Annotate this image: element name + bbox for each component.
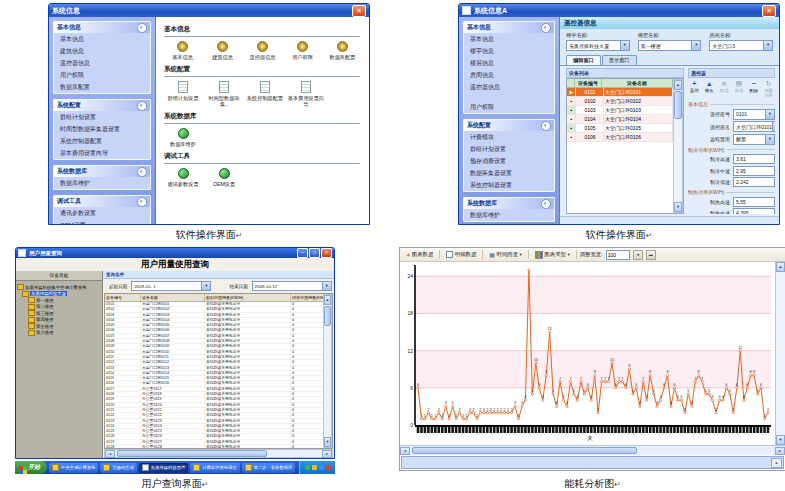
图表数据-button[interactable]: ◕图表数据 <box>403 249 436 260</box>
chart-vscrollbar[interactable]: ▲ ▼ <box>775 262 785 445</box>
device-row[interactable]: ▪0105大堂门口环0105 <box>567 124 673 133</box>
shortcut-item[interactable]: 基本信息 <box>164 41 201 61</box>
device-row[interactable]: ▶0101大堂门口环0101 <box>567 88 673 97</box>
taskbar-button[interactable]: 中央空调计费系统 <box>49 463 98 473</box>
scroll-thumb[interactable] <box>117 450 267 457</box>
close-icon[interactable]: × <box>762 5 776 17</box>
chevron-up-icon[interactable]: « <box>137 167 147 177</box>
sidebar-item[interactable]: 预存消费设置 <box>464 155 554 167</box>
sidebar-item[interactable]: 楼层信息 <box>464 57 554 69</box>
shortcut-item[interactable]: 系统控制器配置 <box>246 81 284 108</box>
width-input[interactable] <box>606 250 630 260</box>
start-date-select[interactable]: 2009-10- 1▾ <box>131 281 211 291</box>
blue-status-icon[interactable] <box>319 465 324 470</box>
collapse-icon[interactable]: ▲ <box>771 458 782 468</box>
scroll-left-icon[interactable]: ◄ <box>105 450 115 458</box>
field-input[interactable]: 5.55 <box>733 197 775 207</box>
sidebar-group-header[interactable]: 基本信息« <box>464 22 554 33</box>
scroll-thumb[interactable] <box>324 306 331 326</box>
sidebar-item[interactable]: 群组计划设置 <box>464 143 554 155</box>
taskbar-button[interactable]: 计费监控系统演示 <box>190 463 239 473</box>
field-select[interactable]: 东奥传媒科技大厦▾ <box>566 40 630 51</box>
scroll-down-icon[interactable]: ▼ <box>324 437 331 447</box>
title-bar[interactable]: 系统信息 × <box>49 4 369 17</box>
end-date-select[interactable]: 2009-10-12▾ <box>252 281 332 291</box>
明细数据-button[interactable]: 明细数据 <box>443 249 479 260</box>
sidebar-item[interactable]: 数据库配置 <box>54 81 150 93</box>
shortcut-item[interactable]: 时间型数据采集.. <box>205 81 243 108</box>
shortcut-item[interactable]: 数据库维护 <box>164 128 202 148</box>
sidebar-item[interactable]: 基本费用设置向导 <box>54 147 150 159</box>
title-bar[interactable]: 用户用量查询 ─ □ × <box>16 248 334 258</box>
shortcut-item[interactable]: 群组计划设置 <box>164 81 202 108</box>
field-input[interactable]: 4.395 <box>733 208 775 214</box>
green-status-icon[interactable] <box>305 465 310 470</box>
sidebar-item[interactable]: 数据采集器设置 <box>464 167 554 179</box>
field-select[interactable]: 大堂门口3▾ <box>709 40 773 51</box>
sidebar-item[interactable]: 基本信息 <box>464 33 554 45</box>
新增-button[interactable]: +新增 <box>690 80 699 93</box>
reset-width-button[interactable]: ▬ <box>646 250 656 260</box>
shortcut-item[interactable]: 遥控器信息 <box>244 41 281 61</box>
scroll-thumb[interactable] <box>674 91 682 119</box>
sidebar-item[interactable]: 用户权限 <box>54 69 150 81</box>
taskbar-button[interactable]: 注册码生成 <box>100 463 136 473</box>
table-hscrollbar[interactable]: ◄ ► <box>104 449 333 458</box>
chevron-down-icon[interactable]: ▾ <box>691 41 700 50</box>
minimize-icon[interactable]: ─ <box>297 248 308 258</box>
sidebar-group-header[interactable]: 基本信息« <box>54 22 150 33</box>
start-button[interactable]: 开始 <box>15 461 47 474</box>
sidebar-group-header[interactable]: 系统数据库« <box>464 198 554 209</box>
close-icon[interactable]: × <box>321 248 332 258</box>
chevron-down-icon[interactable]: ▾ <box>322 282 331 290</box>
scroll-down-icon[interactable]: ▼ <box>674 202 682 212</box>
chevron-down-icon[interactable]: ▾ <box>763 41 772 50</box>
sidebar-item[interactable]: 系统控制器设置 <box>464 179 554 191</box>
sidebar-group-header[interactable]: 系统数据库« <box>54 166 150 177</box>
sidebar-item[interactable]: 数据库维护 <box>464 209 554 221</box>
chevron-down-icon[interactable]: ▾ <box>201 282 210 290</box>
scroll-up-icon[interactable]: ▲ <box>776 262 785 272</box>
sidebar-item[interactable]: OEM设置 <box>54 219 150 224</box>
sidebar-item[interactable]: 数据库维护 <box>54 177 150 189</box>
tab-编辑窗口[interactable]: 编辑窗口 <box>566 55 601 65</box>
sidebar-item[interactable]: 遥控器信息 <box>54 57 150 69</box>
chevron-down-icon[interactable]: ▾ <box>772 122 775 131</box>
sidebar-item[interactable]: 遥控器信息 <box>464 81 554 93</box>
field-input[interactable]: 2.95 <box>733 166 775 176</box>
chevron-up-icon[interactable]: « <box>541 199 551 209</box>
时间跨度-button[interactable]: ▦时间跨度▾ <box>486 249 525 260</box>
sidebar-item[interactable]: 用户权限 <box>464 101 554 113</box>
chevron-up-icon[interactable]: « <box>137 23 147 33</box>
shortcut-item[interactable]: OEM设置 <box>205 168 243 188</box>
shortcut-item[interactable]: 建筑信息 <box>204 41 241 61</box>
删除-button[interactable]: −删除 <box>749 80 758 93</box>
yellow-status-icon[interactable] <box>312 465 317 470</box>
chevron-down-icon[interactable]: ▾ <box>765 135 774 144</box>
taskbar-button[interactable]: 第二步：安装数据库 <box>242 463 296 473</box>
field-select[interactable]: 第一楼层▾ <box>638 40 702 51</box>
device-row[interactable]: ▪0102大堂门口环0102 <box>567 97 673 106</box>
scroll-up-icon[interactable]: ▲ <box>674 80 682 90</box>
taskbar-button[interactable]: 东奥传媒科技图片 <box>139 463 188 473</box>
sidebar-item[interactable]: 系统控制器配置 <box>54 135 150 147</box>
device-row[interactable]: ▪0103大堂门口环0103 <box>567 106 673 115</box>
red-status-icon[interactable] <box>326 465 331 470</box>
close-icon[interactable]: × <box>352 5 366 17</box>
chart-hscrollbar[interactable]: ◄ ► <box>400 445 785 455</box>
修改-button[interactable]: ▲修改 <box>705 80 714 93</box>
device-row[interactable]: ▪0104大堂门口环0104 <box>567 115 673 124</box>
sidebar-group-header[interactable]: 系统配置« <box>54 100 150 111</box>
shortcut-item[interactable]: 基本费用设置向导 <box>287 81 325 108</box>
table-row[interactable]: 0128办公室0128未找到该天用电记录0 <box>105 445 323 448</box>
field-select[interactable]: 解禁▾ <box>733 134 775 145</box>
tab-显示窗口[interactable]: 显示窗口 <box>602 55 637 65</box>
chevron-up-icon[interactable]: « <box>541 121 551 131</box>
sidebar-group-header[interactable]: 系统配置« <box>464 120 554 131</box>
device-grid-scrollbar[interactable]: ▲ ▼ <box>673 79 683 213</box>
shortcut-item[interactable]: 用户权限 <box>284 41 321 61</box>
chevron-down-icon[interactable]: ▾ <box>765 110 774 119</box>
table-vscrollbar[interactable]: ▲ ▼ <box>323 294 332 448</box>
scroll-down-icon[interactable]: ▼ <box>776 435 785 445</box>
sidebar-item[interactable]: 楼宇信息 <box>464 45 554 57</box>
